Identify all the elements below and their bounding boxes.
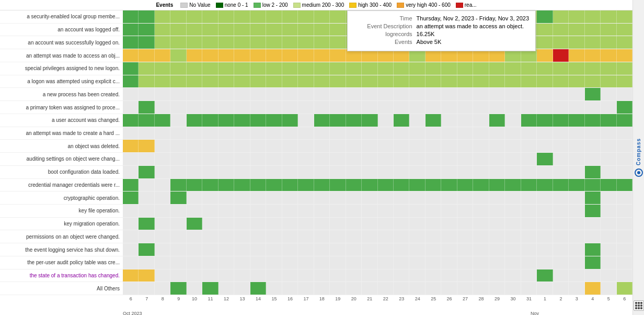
heatmap-cell[interactable] bbox=[601, 10, 616, 23]
heatmap-cell[interactable] bbox=[170, 243, 186, 256]
heatmap-cell[interactable] bbox=[617, 101, 632, 114]
heatmap-cell[interactable] bbox=[234, 166, 250, 178]
heatmap-cell[interactable] bbox=[282, 49, 298, 62]
heatmap-cell[interactable] bbox=[473, 192, 489, 204]
heatmap-cell[interactable] bbox=[378, 101, 394, 114]
heatmap-cell[interactable] bbox=[218, 140, 234, 152]
heatmap-cell[interactable] bbox=[473, 230, 489, 243]
heatmap-cell[interactable] bbox=[250, 88, 266, 100]
heatmap-cell[interactable] bbox=[617, 243, 632, 256]
heatmap-cell[interactable] bbox=[139, 192, 154, 204]
heatmap-cell[interactable] bbox=[314, 36, 330, 49]
heatmap-cell[interactable] bbox=[266, 114, 282, 127]
heatmap-cell[interactable] bbox=[298, 10, 314, 23]
heatmap-cell[interactable] bbox=[266, 127, 282, 140]
heatmap-cell[interactable] bbox=[601, 101, 616, 114]
heatmap-cell[interactable] bbox=[346, 88, 362, 100]
heatmap-cell[interactable] bbox=[457, 101, 473, 114]
heatmap-cell[interactable] bbox=[489, 114, 505, 127]
heatmap-cell[interactable] bbox=[187, 230, 202, 243]
heatmap-cell[interactable] bbox=[330, 179, 346, 192]
heatmap-cell[interactable] bbox=[473, 205, 489, 217]
heatmap-cell[interactable] bbox=[473, 101, 489, 114]
heatmap-cell[interactable] bbox=[202, 269, 218, 282]
heatmap-cell[interactable] bbox=[266, 230, 282, 243]
heatmap-cell[interactable] bbox=[537, 75, 553, 88]
heatmap-cell[interactable] bbox=[282, 269, 298, 282]
heatmap-cell[interactable] bbox=[314, 88, 330, 100]
heatmap-cell[interactable] bbox=[489, 75, 505, 88]
heatmap-cell[interactable] bbox=[139, 243, 154, 256]
heatmap-cell[interactable] bbox=[330, 10, 346, 23]
heatmap-cell[interactable] bbox=[457, 205, 473, 217]
heatmap-cell[interactable] bbox=[170, 256, 186, 269]
heatmap-cell[interactable] bbox=[234, 49, 250, 62]
heatmap-cell[interactable] bbox=[218, 218, 234, 230]
heatmap-cell[interactable] bbox=[123, 114, 139, 127]
heatmap-cell[interactable] bbox=[282, 88, 298, 100]
heatmap-cell[interactable] bbox=[123, 36, 139, 49]
heatmap-cell[interactable] bbox=[585, 127, 601, 140]
heatmap-cell[interactable] bbox=[553, 243, 569, 256]
heatmap-cell[interactable] bbox=[234, 75, 250, 88]
heatmap-cell[interactable] bbox=[139, 75, 154, 88]
heatmap-cell[interactable] bbox=[314, 24, 330, 36]
heatmap-cell[interactable] bbox=[282, 62, 298, 75]
heatmap-cell[interactable] bbox=[553, 62, 569, 75]
heatmap-cell[interactable] bbox=[298, 49, 314, 62]
heatmap-cell[interactable] bbox=[489, 153, 505, 165]
heatmap-cell[interactable] bbox=[202, 256, 218, 269]
heatmap-cell[interactable] bbox=[553, 179, 569, 192]
heatmap-cell[interactable] bbox=[234, 179, 250, 192]
heatmap-cell[interactable] bbox=[441, 88, 457, 100]
heatmap-cell[interactable] bbox=[378, 179, 394, 192]
heatmap-cell[interactable] bbox=[601, 62, 616, 75]
heatmap-cell[interactable] bbox=[234, 114, 250, 127]
heatmap-cell[interactable] bbox=[266, 153, 282, 165]
heatmap-cell[interactable] bbox=[170, 75, 186, 88]
heatmap-cell[interactable] bbox=[521, 88, 537, 100]
heatmap-cell[interactable] bbox=[473, 75, 489, 88]
heatmap-cell[interactable] bbox=[155, 101, 170, 114]
heatmap-cell[interactable] bbox=[314, 282, 330, 295]
heatmap-cell[interactable] bbox=[617, 36, 632, 49]
heatmap-cell[interactable] bbox=[569, 10, 584, 23]
heatmap-cell[interactable] bbox=[139, 153, 154, 165]
heatmap-cell[interactable] bbox=[346, 114, 362, 127]
heatmap-cell[interactable] bbox=[362, 75, 377, 88]
heatmap-cell[interactable] bbox=[601, 230, 616, 243]
heatmap-cell[interactable] bbox=[234, 62, 250, 75]
heatmap-cell[interactable] bbox=[282, 256, 298, 269]
heatmap-cell[interactable] bbox=[266, 75, 282, 88]
heatmap-cell[interactable] bbox=[394, 192, 409, 204]
heatmap-cell[interactable] bbox=[362, 101, 377, 114]
heatmap-cell[interactable] bbox=[139, 140, 154, 152]
heatmap-cell[interactable] bbox=[441, 230, 457, 243]
heatmap-cell[interactable] bbox=[123, 101, 139, 114]
heatmap-cell[interactable] bbox=[362, 218, 377, 230]
heatmap-cell[interactable] bbox=[537, 282, 553, 295]
heatmap-cell[interactable] bbox=[441, 256, 457, 269]
heatmap-cell[interactable] bbox=[473, 243, 489, 256]
heatmap-cell[interactable] bbox=[505, 179, 521, 192]
heatmap-cell[interactable] bbox=[457, 62, 473, 75]
heatmap-cell[interactable] bbox=[139, 24, 154, 36]
heatmap-cell[interactable] bbox=[330, 205, 346, 217]
heatmap-cell[interactable] bbox=[426, 75, 441, 88]
heatmap-cell[interactable] bbox=[489, 192, 505, 204]
heatmap-cell[interactable] bbox=[314, 205, 330, 217]
heatmap-cell[interactable] bbox=[489, 101, 505, 114]
heatmap-cell[interactable] bbox=[330, 88, 346, 100]
heatmap-cell[interactable] bbox=[187, 282, 202, 295]
heatmap-cell[interactable] bbox=[298, 153, 314, 165]
heatmap-cell[interactable] bbox=[505, 192, 521, 204]
heatmap-cell[interactable] bbox=[202, 282, 218, 295]
heatmap-cell[interactable] bbox=[218, 75, 234, 88]
heatmap-cell[interactable] bbox=[473, 256, 489, 269]
heatmap-cell[interactable] bbox=[139, 62, 154, 75]
heatmap-cell[interactable] bbox=[139, 114, 154, 127]
heatmap-cell[interactable] bbox=[569, 88, 584, 100]
heatmap-cell[interactable] bbox=[187, 218, 202, 230]
heatmap-cell[interactable] bbox=[330, 114, 346, 127]
heatmap-cell[interactable] bbox=[537, 192, 553, 204]
